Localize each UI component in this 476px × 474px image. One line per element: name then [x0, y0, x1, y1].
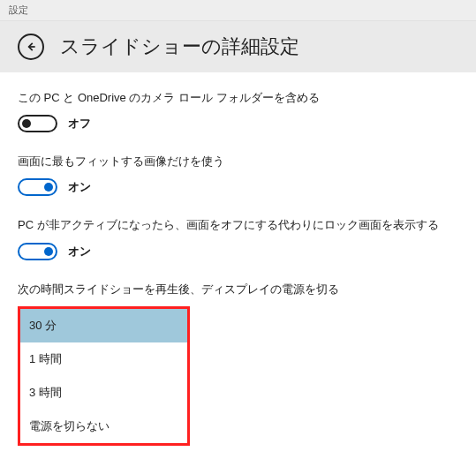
page-title: スライドショーの詳細設定 [60, 34, 299, 60]
toggle-row: オン [18, 243, 458, 260]
page-header: スライドショーの詳細設定 [0, 21, 476, 72]
setting-display-off: 次の時間スライドショーを再生後、ディスプレイの電源を切る 30 分 1 時間 3… [18, 282, 458, 446]
setting-fit-images: 画面に最もフィットする画像だけを使う オン [18, 154, 458, 196]
toggle-state-text: オン [68, 179, 91, 195]
toggle-row: オン [18, 178, 458, 196]
setting-label: PC が非アクティブになったら、画面をオフにする代わりにロック画面を表示する [18, 217, 458, 233]
back-button[interactable] [18, 34, 44, 60]
arrow-left-icon [25, 41, 37, 53]
dropdown-option-30min[interactable]: 30 分 [20, 309, 187, 342]
window-titlebar: 設定 [0, 0, 476, 21]
setting-label: 画面に最もフィットする画像だけを使う [18, 154, 458, 169]
setting-label: 次の時間スライドショーを再生後、ディスプレイの電源を切る [18, 282, 458, 297]
setting-label: この PC と OneDrive のカメラ ロール フォルダーを含める [18, 90, 458, 106]
toggle-lock-screen-inactive[interactable] [18, 243, 57, 260]
dropdown-option-never[interactable]: 電源を切らない [20, 410, 187, 443]
settings-content: この PC と OneDrive のカメラ ロール フォルダーを含める オフ 画… [0, 72, 476, 469]
setting-lock-screen-inactive: PC が非アクティブになったら、画面をオフにする代わりにロック画面を表示する オ… [18, 217, 458, 260]
toggle-fit-images[interactable] [18, 178, 57, 196]
dropdown-option-1hour[interactable]: 1 時間 [20, 342, 187, 376]
toggle-state-text: オン [68, 244, 91, 260]
toggle-row: オフ [18, 115, 458, 132]
dropdown-option-3hours[interactable]: 3 時間 [20, 376, 187, 410]
toggle-include-camera-roll[interactable] [18, 115, 57, 132]
toggle-state-text: オフ [68, 116, 91, 132]
setting-include-camera-roll: この PC と OneDrive のカメラ ロール フォルダーを含める オフ [18, 90, 458, 132]
display-off-dropdown[interactable]: 30 分 1 時間 3 時間 電源を切らない [18, 306, 190, 446]
